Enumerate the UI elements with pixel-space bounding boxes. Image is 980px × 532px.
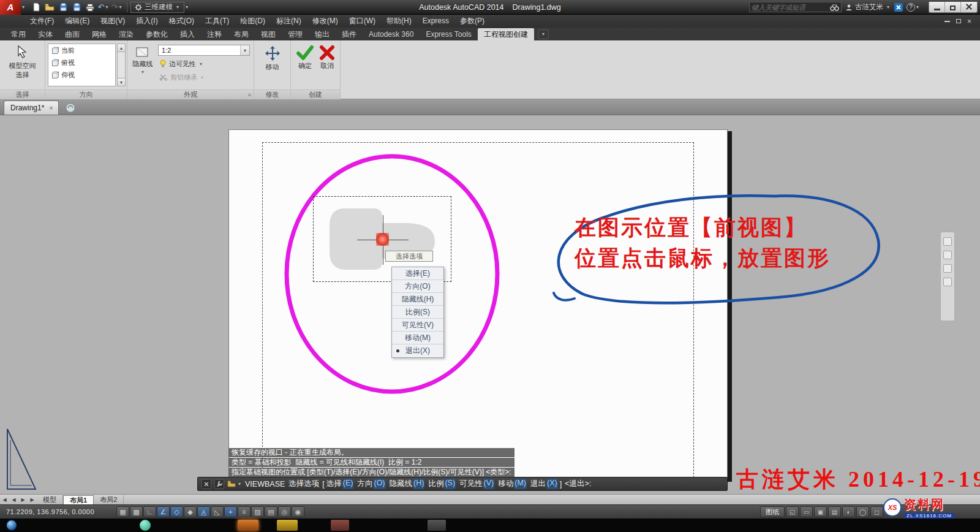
open-file-button[interactable] — [43, 1, 56, 13]
panel-expand-icon[interactable]: » — [247, 91, 251, 98]
file-tab-menu-icon[interactable] — [65, 102, 76, 113]
scroll-down-button[interactable]: ▼ — [117, 78, 126, 86]
orientation-item[interactable]: 俯视 — [48, 56, 115, 69]
menu-item[interactable]: 文件(F) — [24, 15, 59, 28]
status-toggle-ortho[interactable]: ∟ — [143, 506, 156, 517]
command-option[interactable]: 隐藏线(H) — [390, 479, 425, 489]
clean-screen-icon[interactable]: ◻ — [870, 506, 883, 517]
close-button[interactable] — [961, 2, 977, 12]
app-menu-caret-icon[interactable]: ▾ — [22, 4, 24, 10]
ribbon-tab[interactable]: Autodesk 360 — [363, 28, 420, 40]
scroll-track[interactable] — [117, 52, 126, 78]
menu-option[interactable]: 方向(O) — [392, 280, 443, 293]
auto-annotation-icon[interactable]: ◯ — [856, 506, 869, 517]
menu-item[interactable]: 编辑(E) — [59, 15, 95, 28]
plot-button[interactable] — [83, 1, 97, 13]
annotation-scale-icon[interactable]: ▤ — [828, 506, 841, 517]
ribbon-tab[interactable]: 曲面 — [59, 28, 86, 40]
status-toggle-lineweight[interactable]: ≡ — [238, 506, 251, 517]
command-option[interactable]: 比例(S) — [428, 479, 456, 489]
combo-caret-icon[interactable]: ▾ — [240, 45, 249, 55]
menu-item[interactable]: 窗口(W) — [344, 15, 381, 28]
command-prompt[interactable]: VIEWBASE 选择选项 [ 选择(E) 方向(O) 隐藏线(H) 比例(S)… — [245, 479, 591, 489]
help-button[interactable]: ? ▾ — [907, 3, 920, 12]
ribbon-tab-active[interactable]: 工程视图创建 — [478, 28, 534, 40]
orientation-item[interactable]: 当前 — [48, 44, 115, 56]
first-layout-button[interactable]: ◀ — [0, 497, 9, 503]
next-layout-button[interactable]: ▶ — [18, 497, 28, 503]
signin-menu[interactable]: 古涟艾米 ▾ — [845, 2, 891, 12]
menu-item[interactable]: 标注(N) — [271, 15, 307, 28]
file-tab-drawing1[interactable]: Drawing1* × — [4, 101, 59, 115]
menu-item[interactable]: 绘图(D) — [235, 15, 271, 28]
recent-commands-button[interactable]: ▾ — [227, 481, 242, 487]
menu-option[interactable]: 可见性(V) — [392, 319, 443, 332]
search-input[interactable] — [752, 4, 830, 11]
taskbar-app-button[interactable] — [331, 520, 349, 531]
command-option[interactable]: 可见性(V) — [459, 479, 494, 489]
doc-restore-button[interactable] — [956, 19, 961, 23]
taskbar-app-button[interactable] — [238, 520, 258, 531]
zoom-icon[interactable] — [943, 264, 952, 273]
search-binoculars-icon[interactable] — [830, 4, 839, 11]
command-option[interactable]: 选择(E) — [326, 479, 354, 489]
status-toggle-dyn[interactable]: + — [224, 506, 237, 517]
status-toggle-selection-cycling[interactable]: ◎ — [278, 506, 291, 517]
last-layout-button[interactable]: ▶ — [28, 497, 37, 503]
ribbon-tab[interactable]: 网格 — [86, 28, 113, 40]
model-paper-toggle-icon[interactable]: ◱ — [786, 506, 799, 517]
menu-item[interactable]: 帮助(H) — [381, 15, 417, 28]
edge-visibility-button[interactable]: 边可见性 ▾ — [158, 58, 250, 69]
start-button[interactable] — [6, 520, 17, 531]
status-toggle-3dosnap[interactable]: ◆ — [184, 506, 197, 517]
taskbar-app-button[interactable] — [277, 520, 298, 531]
menu-option[interactable]: 隐藏线(H) — [392, 293, 443, 306]
tab-close-icon[interactable]: × — [49, 104, 53, 112]
status-toggle-grid[interactable]: ▩ — [130, 506, 143, 517]
layout-tab-layout1[interactable]: 布局1 — [63, 495, 94, 504]
prev-layout-button[interactable]: ◀ — [9, 497, 18, 503]
ribbon-tab[interactable]: 插件 — [336, 28, 363, 40]
ribbon-tab[interactable]: 输出 — [309, 28, 336, 40]
command-option[interactable]: 方向(O) — [357, 479, 385, 489]
quick-view-drawings-icon[interactable]: ▭ — [800, 506, 813, 517]
status-toggle-osnap[interactable]: ◇ — [170, 506, 183, 517]
status-toggle-polar[interactable]: ∠ — [157, 506, 170, 517]
ribbon-tab[interactable]: 参数化 — [140, 28, 174, 40]
ribbon-tab[interactable]: 插入 — [174, 28, 201, 40]
cancel-button[interactable]: 取消 — [318, 42, 336, 88]
status-toggle-transparency[interactable]: ▨ — [251, 506, 264, 517]
full-navigation-wheel-icon[interactable] — [943, 237, 952, 246]
scale-combobox[interactable]: 1:2 ▾ — [158, 45, 250, 56]
status-toggle-ducs[interactable]: ◺ — [211, 506, 224, 517]
redo-button[interactable]: ↷▾ — [110, 1, 124, 13]
command-option[interactable]: 移动(M) — [498, 479, 527, 489]
status-toggle-snap[interactable]: ▦ — [116, 506, 129, 517]
new-file-button[interactable] — [29, 1, 43, 13]
command-close-button[interactable] — [202, 479, 211, 489]
ok-button[interactable]: 确定 — [295, 42, 315, 88]
ribbon-collapse-button[interactable]: ▾ — [538, 29, 549, 39]
layout-tab-model[interactable]: 模型 — [37, 495, 63, 504]
workspace-selector[interactable]: 三维建模 ▾ — [130, 2, 184, 13]
orientation-item[interactable]: 仰视 — [48, 69, 115, 81]
ribbon-tab[interactable]: 布局 — [228, 28, 255, 40]
ribbon-tab[interactable]: 注释 — [201, 28, 228, 40]
menu-option[interactable]: 选择(E) — [392, 267, 443, 280]
status-toggle-quick-properties[interactable]: ▤ — [265, 506, 277, 517]
taskbar-app-button[interactable] — [428, 520, 446, 531]
application-menu-button[interactable]: A — [0, 0, 21, 15]
ribbon-tab[interactable]: Express Tools — [420, 28, 477, 40]
menu-item[interactable]: Express — [417, 15, 454, 28]
menu-item[interactable]: 工具(T) — [200, 15, 235, 28]
minimize-button[interactable] — [929, 2, 945, 12]
qat-customize-caret-icon[interactable]: ▾ — [186, 4, 188, 10]
scroll-up-button[interactable]: ▲ — [117, 44, 126, 52]
annotation-visibility-icon[interactable]: ◐ — [842, 506, 855, 517]
paper-space-button[interactable]: 图纸 — [760, 506, 785, 517]
command-option[interactable]: 退出(X) — [530, 479, 558, 489]
menu-item[interactable]: 插入(I) — [130, 15, 163, 28]
orbit-icon[interactable] — [943, 278, 952, 286]
save-as-button[interactable] — [70, 1, 83, 13]
menu-option[interactable]: 退出(X) — [392, 344, 443, 357]
